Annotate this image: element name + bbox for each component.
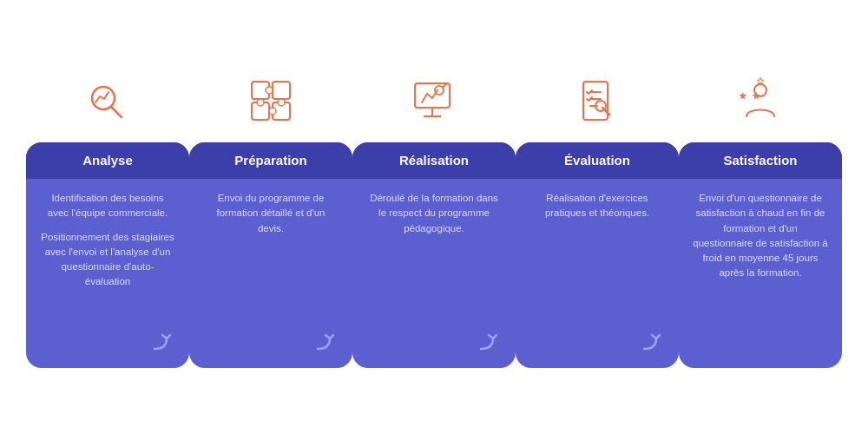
preparation-title: Préparation: [234, 153, 306, 168]
step-evaluation: ÉvaluationRéalisation d'exercices pratiq…: [516, 66, 679, 368]
svg-line-1: [111, 107, 122, 117]
step-preparation: PréparationEnvoi du programme de formati…: [189, 66, 352, 368]
analyse-arrow: [151, 330, 177, 359]
svg-rect-3: [273, 82, 290, 99]
realisation-paragraph: Déroulé de la formation dans le respect …: [366, 191, 502, 236]
svg-point-8: [278, 99, 285, 106]
svg-marker-22: [739, 92, 746, 100]
svg-point-6: [266, 87, 273, 94]
analyse-body: Identification des besoins avec l'équipe…: [36, 191, 179, 290]
realisation-icon: [408, 66, 460, 135]
satisfaction-icon: [734, 66, 786, 135]
satisfaction-paragraph: Envoi d'un questionnaire de satisfaction…: [693, 191, 828, 281]
satisfaction-card: SatisfactionEnvoi d'un questionnaire de …: [679, 142, 842, 368]
analyse-card: AnalyseIdentification des besoins avec l…: [26, 142, 189, 368]
realisation-body: Déroulé de la formation dans le respect …: [363, 191, 505, 236]
preparation-card-header: Préparation: [189, 142, 352, 179]
steps-container: AnalyseIdentification des besoins avec l…: [0, 57, 868, 377]
evaluation-card: ÉvaluationRéalisation d'exercices pratiq…: [516, 142, 679, 368]
satisfaction-card-header: Satisfaction: [679, 142, 842, 179]
realisation-title: Réalisation: [399, 153, 469, 168]
preparation-arrow: [314, 330, 340, 359]
satisfaction-body: Envoi d'un questionnaire de satisfaction…: [689, 191, 832, 281]
preparation-card: PréparationEnvoi du programme de formati…: [189, 142, 352, 368]
preparation-body: Envoi du programme de formation détaillé…: [200, 191, 342, 236]
evaluation-arrow: [641, 330, 667, 359]
svg-marker-24: [757, 77, 764, 84]
svg-rect-15: [583, 82, 608, 120]
evaluation-card-header: Évaluation: [516, 142, 679, 179]
preparation-icon: [245, 66, 297, 135]
evaluation-body: Réalisation d'exercices pratiques et thé…: [526, 191, 668, 221]
analyse-paragraph: Identification des besoins avec l'équipe…: [40, 191, 175, 221]
analyse-card-header: Analyse: [26, 142, 189, 179]
analyse-paragraph: Positionnement des stagiaires avec l'env…: [40, 230, 175, 290]
realisation-card: RéalisationDéroulé de la formation dans …: [352, 142, 516, 368]
evaluation-paragraph: Réalisation d'exercices pratiques et thé…: [529, 191, 665, 221]
realisation-arrow: [477, 330, 503, 359]
analyse-title: Analyse: [82, 153, 133, 168]
svg-point-9: [269, 108, 276, 115]
satisfaction-title: Satisfaction: [723, 153, 797, 168]
evaluation-title: Évaluation: [564, 153, 630, 168]
realisation-card-header: Réalisation: [352, 142, 516, 179]
step-realisation: RéalisationDéroulé de la formation dans …: [352, 66, 516, 368]
step-analyse: AnalyseIdentification des besoins avec l…: [26, 66, 189, 368]
preparation-paragraph: Envoi du programme de formation détaillé…: [203, 191, 339, 236]
step-satisfaction: SatisfactionEnvoi d'un questionnaire de …: [679, 66, 842, 368]
svg-point-7: [257, 99, 264, 106]
analyse-icon: [82, 66, 134, 135]
evaluation-icon: [571, 66, 623, 135]
